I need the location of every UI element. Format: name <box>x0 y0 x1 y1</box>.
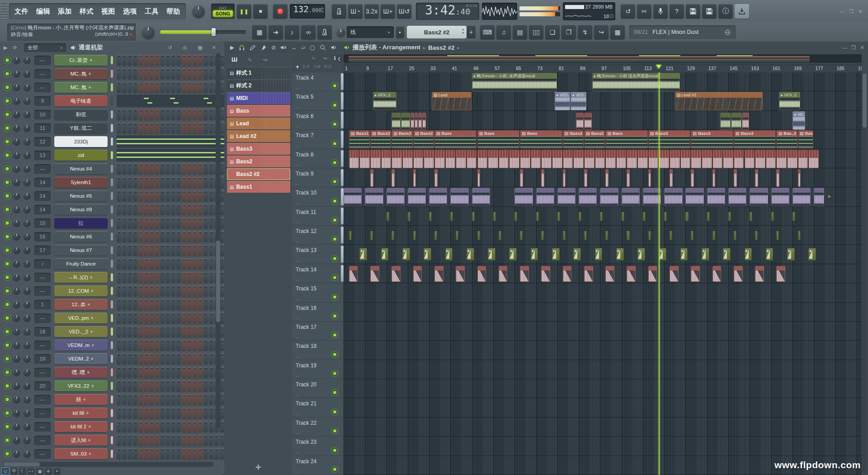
typing-countdown-icon[interactable]: 3.2x <box>364 4 379 19</box>
clip-tri_pink[interactable] <box>392 266 401 282</box>
step-cell[interactable] <box>203 285 208 296</box>
pattern-item[interactable]: ▤Lead #2 <box>227 130 290 142</box>
step-cell[interactable] <box>138 231 143 242</box>
step-cell[interactable] <box>193 109 197 120</box>
rack-hscroll-handle[interactable] <box>4 462 40 466</box>
step-cell[interactable] <box>133 272 137 283</box>
step-cell[interactable] <box>160 190 165 201</box>
clip-pink_seg[interactable] <box>410 113 414 130</box>
corner-audio-icon[interactable]: ∿ <box>311 55 316 61</box>
step-cell[interactable] <box>187 190 192 201</box>
step-cell[interactable] <box>176 123 181 133</box>
clip-hit_olive[interactable] <box>728 212 731 221</box>
step-cell[interactable] <box>127 285 132 296</box>
step-cell[interactable] <box>165 313 170 323</box>
step-cell[interactable] <box>182 204 186 215</box>
step-cell[interactable] <box>165 340 170 351</box>
channel-led[interactable] <box>5 85 10 90</box>
channel-led[interactable] <box>5 207 10 212</box>
step-cell[interactable] <box>160 177 165 188</box>
clip-riser[interactable]: ▸ <box>787 248 795 261</box>
step-cell[interactable] <box>198 340 203 351</box>
channel-pan-knob[interactable] <box>13 314 20 322</box>
step-cell[interactable] <box>144 258 148 269</box>
channel-target-number[interactable]: 14 <box>34 191 51 201</box>
clip-lead[interactable]: ▤ Lead #2 <box>675 92 763 110</box>
clip-hit_olive[interactable] <box>563 231 566 240</box>
playlist-minimize-button[interactable]: — <box>842 44 848 51</box>
track-lane[interactable]: ▸ 晚月moon - 小村..水声潺潺vocal▸ 晚月moon - 小村 流水… <box>344 72 862 91</box>
step-cell[interactable] <box>117 123 121 133</box>
step-cell[interactable] <box>122 340 127 351</box>
step-cell[interactable] <box>127 448 132 459</box>
clip-drum[interactable] <box>424 150 434 168</box>
step-cell[interactable] <box>138 82 143 93</box>
step-cell[interactable] <box>203 190 208 201</box>
step-cell[interactable] <box>176 68 181 79</box>
channel-target-number[interactable]: 16 <box>34 232 51 242</box>
clip-lav[interactable] <box>771 188 789 206</box>
channel-target-number[interactable]: 20 <box>34 381 51 391</box>
mute-strip[interactable] <box>111 423 113 431</box>
step-cell[interactable] <box>149 340 154 351</box>
step-cell[interactable] <box>176 177 181 188</box>
step-cell[interactable] <box>203 272 208 283</box>
channel-button[interactable]: kit fill✳ <box>54 408 108 418</box>
step-cell[interactable] <box>133 326 137 337</box>
step-cell[interactable] <box>187 231 192 242</box>
step-cell[interactable] <box>182 380 186 391</box>
channel-volume-knob[interactable] <box>23 260 31 268</box>
step-cell[interactable] <box>203 326 208 337</box>
step-cell[interactable] <box>144 245 148 256</box>
tempo-spinner[interactable]: ▲▼ <box>322 6 324 14</box>
step-cell[interactable] <box>149 218 154 228</box>
step-cell[interactable] <box>171 55 175 66</box>
step-cell[interactable] <box>138 204 143 215</box>
step-cell[interactable] <box>165 285 170 296</box>
step-cell[interactable] <box>176 326 181 337</box>
rack-horizontal-scrollbar[interactable] <box>3 462 213 467</box>
step-cell[interactable] <box>138 123 143 133</box>
step-cell[interactable] <box>117 163 121 174</box>
step-cell[interactable] <box>193 177 197 188</box>
track-lane[interactable] <box>344 322 862 341</box>
mute-strip[interactable] <box>111 178 113 186</box>
step-cell[interactable] <box>171 82 175 93</box>
menu-item-5[interactable]: 选项 <box>123 7 137 16</box>
step-cell[interactable] <box>144 408 148 418</box>
clip-slate[interactable]: ▸ VD..s <box>793 111 806 130</box>
channel-button[interactable]: VEDM..m✳ <box>54 340 108 351</box>
mini-keys-icon[interactable]: ▦ <box>36 468 43 475</box>
channel-button[interactable]: 进入fill✳ <box>54 435 108 446</box>
step-cell[interactable] <box>155 408 159 418</box>
channel-target-number[interactable]: 18 <box>34 354 51 364</box>
pattern-item[interactable]: ▤样式 2 <box>227 80 290 91</box>
channel-volume-knob[interactable] <box>23 409 31 417</box>
channel-target-number[interactable]: ♪ <box>34 259 51 269</box>
step-cell[interactable] <box>127 204 132 215</box>
track-header[interactable]: Track 22... <box>292 418 344 437</box>
pattern-spinner[interactable]: ▲▼ <box>462 28 465 35</box>
clip-drum[interactable] <box>499 150 509 168</box>
step-cell[interactable] <box>160 218 165 228</box>
step-cell[interactable] <box>155 299 159 310</box>
step-cell[interactable] <box>149 421 154 432</box>
step-cell[interactable] <box>155 326 159 337</box>
step-cell[interactable] <box>127 258 132 269</box>
step-cell[interactable] <box>160 313 165 323</box>
step-cell[interactable] <box>187 340 192 351</box>
clip-drum[interactable] <box>616 150 627 168</box>
channel-led[interactable] <box>5 370 10 375</box>
step-cell[interactable] <box>176 408 181 418</box>
mute-strip[interactable] <box>111 110 113 119</box>
step-cell[interactable] <box>209 394 213 405</box>
step-cell[interactable] <box>198 380 203 391</box>
step-cell[interactable] <box>171 190 175 201</box>
playlist-maximize-button[interactable]: ❐ <box>850 44 857 51</box>
track-options-dots[interactable]: ... <box>296 469 299 473</box>
zoom-tool-icon[interactable] <box>320 44 326 51</box>
zoom-mode-icon[interactable]: ◱ <box>2 468 9 475</box>
step-cell[interactable] <box>160 231 165 242</box>
step-cell[interactable] <box>209 231 213 242</box>
record-audio-icon[interactable] <box>653 4 668 19</box>
